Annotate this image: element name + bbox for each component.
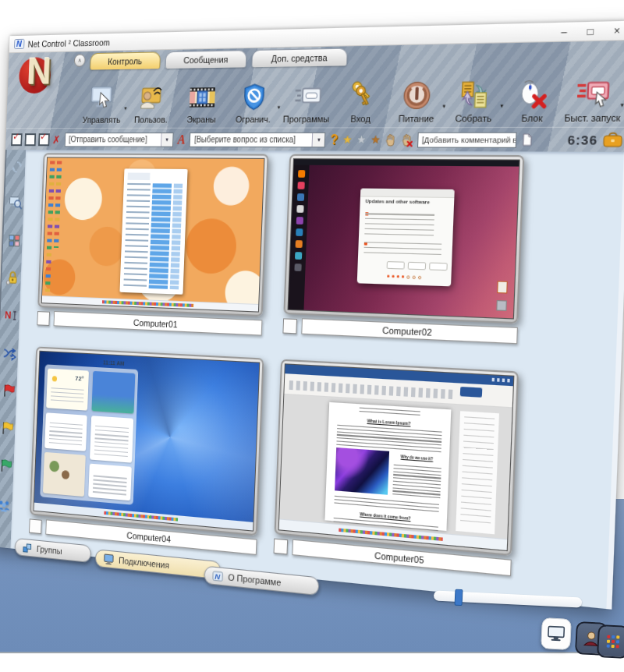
monitor-search-icon <box>9 195 23 210</box>
monitor-cursor-icon <box>88 81 116 115</box>
font-format-button[interactable]: A <box>177 132 186 147</box>
computer02-monitor[interactable]: Updates and other software <box>283 154 524 324</box>
yellow-flag-icon <box>0 420 13 436</box>
grid-view-button[interactable] <box>597 624 624 659</box>
monitor-view-button[interactable] <box>541 617 572 650</box>
red-flag-icon <box>2 383 15 398</box>
collect-button[interactable]: ▾ Собрать <box>445 76 502 124</box>
rename-button[interactable]: N <box>3 306 20 325</box>
tab-messages[interactable]: Сообщения <box>165 50 246 69</box>
netcontrol-n-icon: N <box>212 569 224 582</box>
gold-star-button[interactable]: ★ <box>342 133 352 146</box>
window-run-icon <box>292 79 323 114</box>
lock-key-icon <box>5 270 20 286</box>
close-button[interactable]: × <box>603 21 624 40</box>
slider-thumb[interactable] <box>454 589 463 606</box>
tab-extras[interactable]: Доп. средства <box>252 48 347 68</box>
photos-widget <box>43 452 87 497</box>
screens-button[interactable]: Экраны <box>177 80 228 125</box>
grid-view-icon <box>604 633 621 649</box>
users-group-icon <box>0 497 11 515</box>
red-flag-button[interactable]: ▾ <box>0 380 17 400</box>
lower-hand-button[interactable] <box>401 133 413 147</box>
weather-widget: 72° <box>46 369 89 411</box>
programs-button[interactable]: Программы <box>280 79 333 124</box>
manage-button[interactable]: ▾ Управлять <box>78 81 126 125</box>
computer-thumbnail[interactable]: Computer01 <box>37 153 268 335</box>
journal-comment-input[interactable]: [Добавить комментарий в ж] <box>417 132 517 147</box>
computer-thumbnail[interactable]: Updates and other software Computer02 <box>282 154 524 345</box>
computer02-checkbox[interactable] <box>282 318 297 334</box>
thumbnails-area: Computer01 Updates and other software <box>10 150 624 610</box>
window-title: Net Control ² Classroom <box>27 37 110 49</box>
computer01-monitor[interactable] <box>37 153 268 317</box>
green-flag-icon <box>0 458 12 473</box>
task-manager-window <box>120 168 188 295</box>
silver-star-button[interactable]: ★ <box>356 133 367 146</box>
app-window: N Net Control ² Classroom – □ × ∧ Контро… <box>0 21 624 610</box>
quick-launch-button[interactable]: ▾ Быст. запуск <box>563 75 623 123</box>
sun-icon <box>51 376 56 381</box>
send-message-dropdown[interactable]: [Отправить сообщение] ▾ <box>65 132 174 147</box>
desktop-icons-strip <box>54 161 62 248</box>
widgets-panel: 72° <box>40 364 139 504</box>
computer05-monitor[interactable]: What is Lorem Ipsum? Why do we use it? W… <box>275 359 519 557</box>
select-all-button[interactable]: ✓ <box>11 133 23 146</box>
rename-icon: N <box>4 307 18 324</box>
taskbar <box>42 295 259 311</box>
yellow-flag-button[interactable]: ▾ <box>0 418 16 438</box>
groups-button[interactable] <box>0 496 12 516</box>
power-icon <box>401 77 434 114</box>
computer04-screen: 11:11 AM 72° <box>34 351 261 532</box>
collect-docs-icon <box>458 76 491 113</box>
dropdown-caret-icon: ▾ <box>312 133 325 146</box>
computer04-checkbox[interactable] <box>29 518 42 534</box>
refresh-button[interactable] <box>9 157 26 176</box>
raise-hand-button[interactable] <box>385 133 396 147</box>
main-toolbar: ▾ Управлять Пользов. Экраны ▾ Огранич. <box>6 62 624 129</box>
power-button[interactable]: ▾ Питание <box>389 77 445 124</box>
svg-text:N: N <box>214 571 221 581</box>
lock-button[interactable] <box>4 268 21 288</box>
computer05-checkbox[interactable] <box>274 538 289 554</box>
block-button[interactable]: Блок <box>503 76 562 124</box>
session-timer: 6:36 <box>567 133 597 147</box>
tab-control[interactable]: Контроль <box>90 51 161 69</box>
briefcase-icon[interactable] <box>603 133 623 148</box>
select-question-dropdown[interactable]: [Выберите вопрос из списка] ▾ <box>190 132 326 147</box>
journal-page-icon[interactable] <box>522 133 534 147</box>
quick-launch-icon <box>575 75 612 112</box>
users-button[interactable]: Пользов. <box>126 80 176 124</box>
shuffle-arrows-icon <box>3 345 17 361</box>
computer05-screen: What is Lorem Ipsum? Why do we use it? W… <box>278 363 515 551</box>
green-flag-button[interactable]: ▾ <box>0 455 14 476</box>
word-document-page: What is Lorem Ipsum? Why do we use it? W… <box>324 402 451 531</box>
calendar-widget <box>90 416 134 463</box>
restrictions-button[interactable]: ▾ Огранич. <box>228 80 280 125</box>
refresh-icon <box>10 159 24 175</box>
monitor-view-icon <box>547 624 566 642</box>
computer01-checkbox[interactable] <box>37 311 50 326</box>
maximize-button[interactable]: □ <box>576 22 604 41</box>
window-controls: – □ × <box>551 21 624 41</box>
computer04-monitor[interactable]: 11:11 AM 72° <box>30 346 264 536</box>
computer-thumbnail[interactable]: What is Lorem Ipsum? Why do we use it? W… <box>274 359 519 577</box>
bronze-star-button[interactable]: ★ <box>370 133 381 146</box>
minimize-button[interactable]: – <box>551 23 577 41</box>
clear-selection-button[interactable]: ✗ <box>52 133 61 146</box>
monitor-icon <box>103 553 115 566</box>
view-mode-button[interactable]: ▾ <box>5 231 23 250</box>
invert-selection-button[interactable]: ✓ <box>38 133 50 146</box>
ubuntu-installer-dialog: Updates and other software <box>356 189 455 286</box>
shuffle-button[interactable] <box>2 343 19 363</box>
quiz-button[interactable]: ? <box>330 132 339 147</box>
view-screen-button[interactable]: ▾ <box>7 193 24 212</box>
svg-text:N: N <box>5 309 12 321</box>
todo-widget <box>88 463 132 500</box>
computer-thumbnail[interactable]: 11:11 AM 72° <box>29 346 264 554</box>
deselect-all-button[interactable] <box>25 133 37 146</box>
mouse-block-icon <box>516 76 549 113</box>
app-logo-icon: N <box>14 38 25 50</box>
login-button[interactable]: Вход <box>334 78 388 124</box>
home-folder-icon <box>496 300 507 311</box>
